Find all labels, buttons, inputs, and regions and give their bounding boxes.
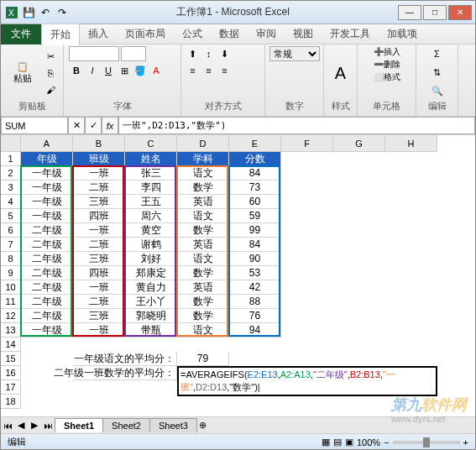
format-painter-icon[interactable]: 🖌 [43, 82, 58, 97]
tab-layout[interactable]: 页面布局 [117, 24, 174, 44]
row-header[interactable]: 15 [1, 352, 21, 366]
column-header[interactable]: E [229, 135, 281, 152]
data-cell[interactable]: 二班 [73, 238, 125, 252]
paste-button[interactable]: 📋 粘贴 [6, 48, 39, 98]
tab-home[interactable]: 开始 [41, 24, 80, 45]
number-format-select[interactable]: 常规 [269, 46, 320, 61]
view-normal-icon[interactable]: ▦ [322, 437, 330, 447]
row-header[interactable]: 2 [1, 166, 21, 181]
row-header[interactable]: 5 [1, 209, 21, 223]
data-cell[interactable]: 数学 [177, 266, 229, 280]
row-header[interactable]: 18 [1, 395, 21, 409]
data-cell[interactable]: 53 [229, 266, 281, 280]
data-cell[interactable]: 二年级 [21, 280, 73, 295]
data-cell[interactable]: 语文 [177, 323, 229, 338]
data-cell[interactable]: 一班 [73, 223, 125, 238]
enter-formula-button[interactable]: ✓ [85, 117, 102, 134]
tab-data[interactable]: 数据 [211, 24, 248, 44]
data-cell[interactable]: 一年级 [21, 323, 73, 338]
sheet-tab-3[interactable]: Sheet3 [149, 418, 197, 432]
sheet-nav-first-icon[interactable]: ⏮ [1, 421, 14, 431]
data-cell[interactable]: 数学 [177, 309, 229, 323]
summary-value[interactable]: 79 [177, 352, 229, 366]
font-family-select[interactable] [69, 46, 119, 61]
autosum-icon[interactable]: Σ [430, 46, 445, 61]
data-cell[interactable]: 黄空 [125, 223, 177, 238]
formula-input[interactable]: 一班",D2:D13,"数学") [118, 117, 475, 134]
styles-button[interactable]: A [329, 48, 352, 98]
row-header[interactable]: 9 [1, 266, 21, 280]
data-cell[interactable]: 三班 [73, 195, 125, 209]
row-header[interactable]: 11 [1, 295, 21, 309]
data-cell[interactable]: 语文 [177, 252, 229, 266]
row-header[interactable]: 17 [1, 380, 21, 395]
italic-button[interactable]: I [85, 63, 100, 78]
column-header[interactable]: C [125, 135, 177, 152]
save-icon[interactable]: 💾 [21, 5, 36, 20]
row-header[interactable]: 4 [1, 195, 21, 209]
data-cell[interactable]: 84 [229, 166, 281, 181]
data-cell[interactable]: 88 [229, 295, 281, 309]
grid-body[interactable]: 年级班级姓名学科分数一年级一班张三语文84一年级二班李四数学73一年级三班王五英… [21, 152, 475, 416]
name-box[interactable]: SUM [1, 117, 68, 134]
header-cell[interactable]: 班级 [73, 152, 125, 166]
tab-dev[interactable]: 开发工具 [322, 24, 379, 44]
header-cell[interactable]: 年级 [21, 152, 73, 166]
data-cell[interactable]: 谢鹤 [125, 238, 177, 252]
align-mid-icon[interactable]: ↕ [201, 46, 217, 61]
data-cell[interactable]: 一班 [73, 280, 125, 295]
tab-review[interactable]: 审阅 [248, 24, 285, 44]
row-header[interactable]: 10 [1, 280, 21, 295]
data-cell[interactable]: 二班 [73, 181, 125, 195]
row-header[interactable]: 13 [1, 323, 21, 338]
data-cell[interactable]: 三班 [73, 252, 125, 266]
underline-button[interactable]: U [101, 63, 116, 78]
zoom-in-button[interactable]: + [463, 437, 468, 447]
data-cell[interactable]: 60 [229, 195, 281, 209]
bold-button[interactable]: B [69, 63, 84, 78]
data-cell[interactable]: 张三 [125, 166, 177, 181]
format-cells-button[interactable]: ⬜格式 [374, 71, 400, 83]
copy-icon[interactable]: ⎘ [43, 65, 58, 81]
tab-view[interactable]: 视图 [285, 24, 322, 44]
sheet-nav-last-icon[interactable]: ⏭ [41, 421, 55, 431]
sort-icon[interactable]: ⇅ [430, 65, 445, 80]
column-header[interactable]: H [385, 135, 437, 152]
data-cell[interactable]: 42 [229, 280, 281, 295]
align-bot-icon[interactable]: ⬇ [217, 46, 233, 61]
data-cell[interactable]: 郭晓明 [125, 309, 177, 323]
column-header[interactable]: F [281, 135, 333, 152]
data-cell[interactable]: 英语 [177, 280, 229, 295]
data-cell[interactable]: 一年级 [21, 181, 73, 195]
data-cell[interactable]: 90 [229, 252, 281, 266]
data-cell[interactable]: 一年级 [21, 209, 73, 223]
data-cell[interactable]: 二年级 [21, 295, 73, 309]
row-header[interactable]: 14 [1, 338, 21, 352]
column-header[interactable]: D [177, 135, 229, 152]
zoom-out-button[interactable]: − [384, 437, 389, 447]
delete-cells-button[interactable]: ➖删除 [374, 59, 400, 71]
data-cell[interactable]: 黄自力 [125, 280, 177, 295]
row-header[interactable]: 3 [1, 181, 21, 195]
data-cell[interactable]: 语文 [177, 166, 229, 181]
close-button[interactable]: ✕ [448, 5, 472, 20]
sheet-nav-next-icon[interactable]: ▶ [28, 420, 41, 431]
maximize-button[interactable]: □ [423, 5, 447, 20]
view-break-icon[interactable]: ▣ [345, 437, 353, 447]
active-cell-editing[interactable]: =AVERAGEIFS(E2:E13,A2:A13,"二年级",B2:B13,"… [177, 366, 437, 396]
data-cell[interactable]: 84 [229, 238, 281, 252]
font-size-select[interactable] [121, 46, 146, 61]
font-color-button[interactable]: A [149, 63, 164, 78]
data-cell[interactable]: 带瓶 [125, 323, 177, 338]
undo-icon[interactable]: ↶ [38, 5, 53, 20]
cut-icon[interactable]: ✂ [43, 49, 58, 64]
tab-insert[interactable]: 插入 [80, 24, 117, 44]
data-cell[interactable]: 语文 [177, 209, 229, 223]
zoom-slider[interactable] [393, 441, 460, 444]
data-cell[interactable]: 一年级 [21, 195, 73, 209]
sheet-tab-2[interactable]: Sheet2 [102, 418, 150, 432]
data-cell[interactable]: 94 [229, 323, 281, 338]
data-cell[interactable]: 73 [229, 181, 281, 195]
data-cell[interactable]: 四班 [73, 266, 125, 280]
data-cell[interactable]: 二年级 [21, 223, 73, 238]
